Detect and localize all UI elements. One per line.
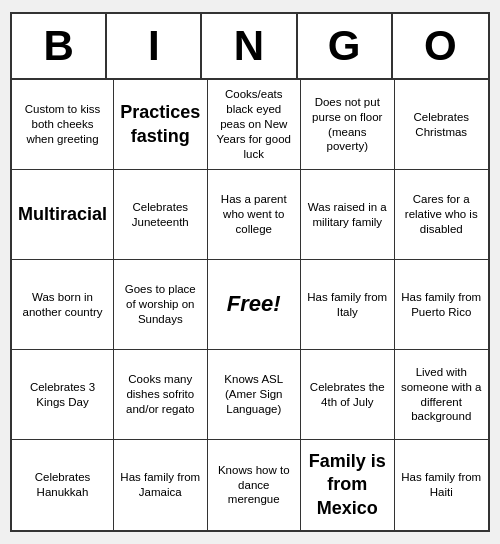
bingo-cell-0[interactable]: Custom to kiss both cheeks when greeting: [12, 80, 114, 170]
bingo-cell-24[interactable]: Has family from Haiti: [395, 440, 489, 530]
cell-text-4: Celebrates Christmas: [401, 110, 483, 140]
cell-text-0: Custom to kiss both cheeks when greeting: [18, 102, 107, 147]
cell-text-2: Cooks/eats black eyed peas on New Years …: [214, 87, 295, 162]
cell-text-1: Practices fasting: [120, 101, 200, 148]
cell-text-23: Family is from Mexico: [307, 450, 387, 520]
cell-text-16: Cooks many dishes sofrito and/or regato: [120, 372, 200, 417]
bingo-cell-21[interactable]: Has family from Jamaica: [114, 440, 207, 530]
cell-text-10: Was born in another country: [18, 290, 107, 320]
bingo-cell-13[interactable]: Has family from Italy: [301, 260, 394, 350]
bingo-cell-5[interactable]: Multiracial: [12, 170, 114, 260]
bingo-cell-17[interactable]: Knows ASL (Amer Sign Language): [208, 350, 302, 440]
cell-text-20: Celebrates Hanukkah: [18, 470, 107, 500]
bingo-cell-7[interactable]: Has a parent who went to college: [208, 170, 302, 260]
bingo-cell-3[interactable]: Does not put purse on floor (means pover…: [301, 80, 394, 170]
bingo-header: BINGO: [12, 14, 488, 80]
bingo-cell-2[interactable]: Cooks/eats black eyed peas on New Years …: [208, 80, 302, 170]
cell-text-14: Has family from Puerto Rico: [401, 290, 483, 320]
bingo-cell-1[interactable]: Practices fasting: [114, 80, 207, 170]
bingo-cell-9[interactable]: Cares for a relative who is disabled: [395, 170, 489, 260]
bingo-cell-15[interactable]: Celebrates 3 Kings Day: [12, 350, 114, 440]
bingo-cell-8[interactable]: Was raised in a military family: [301, 170, 394, 260]
bingo-cell-11[interactable]: Goes to place of worship on Sundays: [114, 260, 207, 350]
cell-text-13: Has family from Italy: [307, 290, 387, 320]
cell-text-11: Goes to place of worship on Sundays: [120, 282, 200, 327]
bingo-letter-I: I: [107, 14, 202, 78]
cell-text-17: Knows ASL (Amer Sign Language): [214, 372, 295, 417]
cell-text-3: Does not put purse on floor (means pover…: [307, 95, 387, 155]
bingo-grid: Custom to kiss both cheeks when greeting…: [12, 80, 488, 530]
bingo-letter-B: B: [12, 14, 107, 78]
bingo-card: BINGO Custom to kiss both cheeks when gr…: [10, 12, 490, 532]
bingo-letter-O: O: [393, 14, 488, 78]
bingo-cell-19[interactable]: Lived with someone with a different back…: [395, 350, 489, 440]
bingo-cell-12[interactable]: Free!: [208, 260, 302, 350]
cell-text-9: Cares for a relative who is disabled: [401, 192, 483, 237]
cell-text-7: Has a parent who went to college: [214, 192, 295, 237]
bingo-cell-4[interactable]: Celebrates Christmas: [395, 80, 489, 170]
bingo-letter-G: G: [298, 14, 393, 78]
bingo-letter-N: N: [202, 14, 297, 78]
bingo-cell-10[interactable]: Was born in another country: [12, 260, 114, 350]
bingo-cell-23[interactable]: Family is from Mexico: [301, 440, 394, 530]
bingo-cell-6[interactable]: Celebrates Juneteenth: [114, 170, 207, 260]
cell-text-18: Celebrates the 4th of July: [307, 380, 387, 410]
bingo-cell-22[interactable]: Knows how to dance merengue: [208, 440, 302, 530]
cell-text-8: Was raised in a military family: [307, 200, 387, 230]
bingo-cell-16[interactable]: Cooks many dishes sofrito and/or regato: [114, 350, 207, 440]
cell-text-15: Celebrates 3 Kings Day: [18, 380, 107, 410]
cell-text-22: Knows how to dance merengue: [214, 463, 295, 508]
bingo-cell-14[interactable]: Has family from Puerto Rico: [395, 260, 489, 350]
cell-text-6: Celebrates Juneteenth: [120, 200, 200, 230]
cell-text-5: Multiracial: [18, 203, 107, 226]
bingo-cell-18[interactable]: Celebrates the 4th of July: [301, 350, 394, 440]
cell-text-19: Lived with someone with a different back…: [401, 365, 483, 425]
cell-text-24: Has family from Haiti: [401, 470, 483, 500]
cell-text-21: Has family from Jamaica: [120, 470, 200, 500]
bingo-cell-20[interactable]: Celebrates Hanukkah: [12, 440, 114, 530]
